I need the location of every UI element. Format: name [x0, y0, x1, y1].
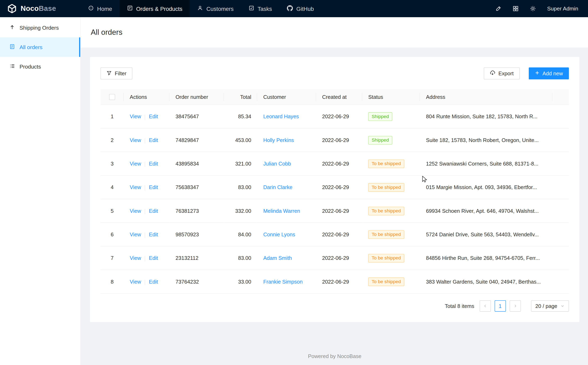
spacer-cell — [552, 105, 569, 128]
select-all-header — [101, 89, 124, 105]
row-actions-cell: ViewEdit — [124, 270, 169, 293]
brand-name: NocoBase — [21, 5, 56, 13]
table-row: 8ViewEdit7376423233.00Frankie Simpson202… — [101, 270, 569, 293]
main-menu: Home Orders & Products Customers Tasks — [81, 0, 321, 17]
select-all-checkbox[interactable] — [109, 94, 115, 100]
sidebar-item-all-orders[interactable]: All orders — [0, 37, 80, 57]
spacer-cell — [552, 246, 569, 270]
view-link[interactable]: View — [130, 161, 141, 167]
table-row: 2ViewEdit74829847453.00Holly Perkins2022… — [101, 128, 569, 152]
customer-cell: Darin Clarke — [257, 175, 316, 199]
row-index: 6 — [101, 223, 124, 246]
next-page-button[interactable] — [509, 301, 521, 312]
address-cell: 1252 Swaniawski Corners, Suite 688, 8137… — [420, 152, 552, 175]
github-icon — [287, 5, 293, 12]
page-number-1[interactable]: 1 — [494, 301, 506, 312]
main-area: All orders Filter — [81, 17, 588, 365]
page-size-value: 20 / page — [535, 303, 557, 309]
edit-link[interactable]: Edit — [149, 232, 158, 238]
filter-button[interactable]: Filter — [101, 67, 132, 79]
created-at-cell: 2022-06-29 — [316, 199, 362, 223]
action-divider — [145, 209, 145, 214]
row-index: 3 — [101, 152, 124, 175]
spacer-cell — [552, 223, 569, 246]
tasks-icon — [248, 5, 254, 12]
edit-link[interactable]: Edit — [149, 161, 158, 167]
page-header: All orders — [81, 17, 588, 48]
nav-item-github[interactable]: GitHub — [279, 0, 321, 17]
view-link[interactable]: View — [130, 208, 141, 214]
view-link[interactable]: View — [130, 184, 141, 190]
nav-item-customers[interactable]: Customers — [190, 0, 241, 17]
edit-link[interactable]: Edit — [149, 255, 158, 261]
customer-link[interactable]: Frankie Simpson — [263, 279, 303, 285]
nav-item-tasks[interactable]: Tasks — [241, 0, 279, 17]
customer-link[interactable]: Julian Cobb — [263, 161, 291, 167]
page-size-select[interactable]: 20 / page — [531, 301, 569, 312]
brand-part2: Base — [39, 5, 56, 12]
action-divider — [145, 232, 145, 238]
highlighter-icon[interactable] — [495, 6, 501, 11]
toolbar-right: Export Add new — [484, 67, 569, 79]
customer-link[interactable]: Holly Perkins — [263, 137, 294, 143]
table-row: 5ViewEdit76381273332.00Melinda Warren202… — [101, 199, 569, 223]
edit-link[interactable]: Edit — [149, 279, 158, 285]
customer-link[interactable]: Connie Lyons — [263, 232, 295, 238]
export-cloud-icon — [490, 70, 495, 77]
user-menu[interactable]: Super Admin — [547, 6, 578, 11]
customer-link[interactable]: Leonard Hayes — [263, 113, 299, 119]
status-badge: Shipped — [368, 136, 392, 145]
created-at-cell: 2022-06-29 — [316, 270, 362, 293]
action-divider — [145, 256, 145, 261]
view-link[interactable]: View — [130, 137, 141, 143]
edit-link[interactable]: Edit — [149, 113, 158, 119]
address-cell: 5724 Daniel Drive, Suite 563, 54403, Wen… — [420, 223, 552, 246]
customer-link[interactable]: Melinda Warren — [263, 208, 300, 214]
edit-link[interactable]: Edit — [149, 137, 158, 143]
address-cell: 804 Runte Mission, Suite 182, 15783, Nor… — [420, 105, 552, 128]
customer-link[interactable]: Darin Clarke — [263, 184, 292, 190]
sidebar-item-products[interactable]: Products — [0, 57, 80, 76]
blocks-icon[interactable] — [513, 6, 519, 11]
nav-item-orders-products[interactable]: Orders & Products — [120, 0, 190, 17]
navbar-right: Super Admin — [495, 0, 588, 17]
order-number-cell: 74829847 — [169, 128, 224, 152]
export-button[interactable]: Export — [484, 67, 520, 79]
prev-page-button[interactable] — [479, 301, 491, 312]
top-navbar: NocoBase Home Orders & Products Customer… — [0, 0, 588, 17]
gear-icon[interactable] — [530, 6, 536, 11]
column-order-number: Order number — [169, 89, 224, 105]
nav-item-home[interactable]: Home — [81, 0, 120, 17]
footer-text: Powered by NocoBase — [90, 343, 579, 365]
customer-cell: Leonard Hayes — [257, 105, 316, 128]
customer-cell: Melinda Warren — [257, 199, 316, 223]
created-at-cell: 2022-06-29 — [316, 105, 362, 128]
column-total: Total — [224, 89, 257, 105]
column-customer: Customer — [257, 89, 316, 105]
view-link[interactable]: View — [130, 113, 141, 119]
status-cell: To be shipped — [362, 246, 420, 270]
edit-link[interactable]: Edit — [149, 208, 158, 214]
add-new-button[interactable]: Add new — [529, 67, 569, 79]
status-badge: To be shipped — [368, 183, 404, 192]
order-number-cell: 76381273 — [169, 199, 224, 223]
sidebar: Shipping Orders All orders Products — [0, 17, 81, 365]
nav-item-label: Orders & Products — [136, 6, 182, 12]
customer-cell: Connie Lyons — [257, 223, 316, 246]
total-cell: 332.00 — [224, 199, 257, 223]
action-divider — [145, 162, 145, 167]
orders-table: Actions Order number Total Customer Crea… — [101, 89, 569, 294]
row-actions-cell: ViewEdit — [124, 199, 169, 223]
table-body: 1ViewEdit3847564785.34Leonard Hayes2022-… — [101, 105, 569, 294]
sidebar-item-shipping-orders[interactable]: Shipping Orders — [0, 18, 80, 37]
brand-part1: Noco — [21, 5, 39, 12]
orders-products-icon — [127, 5, 133, 12]
brand[interactable]: NocoBase — [0, 0, 81, 17]
view-link[interactable]: View — [130, 255, 141, 261]
customer-link[interactable]: Adam Smith — [263, 255, 292, 261]
column-created-at: Created at — [316, 89, 362, 105]
view-link[interactable]: View — [130, 279, 141, 285]
nav-item-label: Home — [97, 6, 112, 12]
edit-link[interactable]: Edit — [149, 184, 158, 190]
view-link[interactable]: View — [130, 232, 141, 238]
